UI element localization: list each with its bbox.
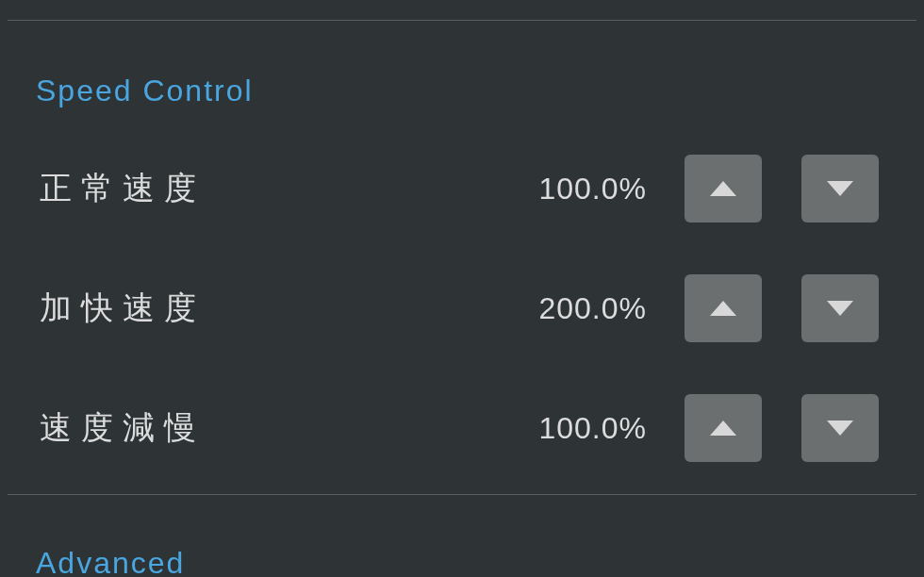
chevron-down-icon	[827, 420, 853, 436]
normal-speed-row: 正常速度 100.0%	[0, 155, 924, 223]
chevron-up-icon	[710, 181, 736, 196]
fast-speed-row: 加快速度 200.0%	[0, 274, 924, 342]
fast-speed-value: 200.0%	[538, 291, 647, 326]
fast-speed-decrease-button[interactable]	[801, 274, 879, 342]
advanced-section-title: Advanced	[0, 546, 185, 577]
normal-speed-increase-button[interactable]	[685, 155, 762, 223]
fast-speed-label: 加快速度	[0, 287, 538, 330]
chevron-down-icon	[827, 181, 853, 196]
chevron-up-icon	[710, 301, 736, 316]
normal-speed-label: 正常速度	[0, 167, 538, 210]
slow-speed-row: 速度減慢 100.0%	[0, 394, 924, 462]
speed-control-section-title: Speed Control	[0, 74, 254, 108]
chevron-up-icon	[710, 420, 736, 436]
slow-speed-value: 100.0%	[538, 411, 647, 446]
normal-speed-decrease-button[interactable]	[801, 155, 879, 223]
section-divider	[8, 494, 916, 495]
top-divider	[8, 0, 916, 21]
slow-speed-increase-button[interactable]	[685, 394, 762, 462]
chevron-down-icon	[827, 301, 853, 316]
slow-speed-label: 速度減慢	[0, 406, 538, 450]
normal-speed-value: 100.0%	[538, 172, 647, 206]
fast-speed-increase-button[interactable]	[685, 274, 762, 342]
slow-speed-decrease-button[interactable]	[801, 394, 879, 462]
